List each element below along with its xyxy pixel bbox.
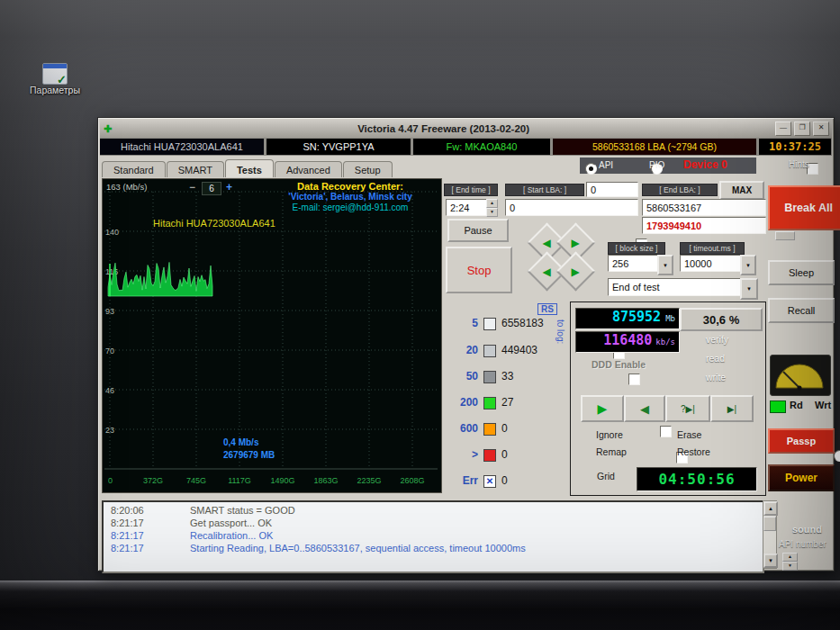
checkmark-icon: ✓ bbox=[57, 73, 67, 86]
scroll-down-icon[interactable]: ▼ bbox=[763, 554, 778, 568]
ddd-enable-label: DDD Enable bbox=[592, 359, 646, 370]
spin-up-icon[interactable]: ▲ bbox=[486, 199, 498, 208]
bin-count: 6558183 bbox=[501, 317, 544, 329]
svg-text:70: 70 bbox=[105, 346, 114, 356]
settings-icon: ✓ bbox=[42, 63, 68, 85]
speed-value: 116480 bbox=[603, 332, 652, 348]
y-axis-top-label: 163 (Mb/s) bbox=[106, 182, 147, 192]
device-label: Device 0 bbox=[683, 158, 727, 171]
bin-label: 5 bbox=[440, 317, 478, 329]
monitor-photo: ✓ Параметры ✚ Victoria 4.47 Freeware (20… bbox=[0, 0, 840, 630]
maximize-button[interactable]: ❐ bbox=[794, 122, 810, 136]
erase-label: Erase bbox=[677, 429, 701, 440]
bin-count: 0 bbox=[501, 422, 508, 435]
seek-back-button[interactable]: ◀ bbox=[624, 395, 665, 422]
rd-label: Rd bbox=[790, 400, 803, 410]
end-action-dropdown-icon[interactable]: ▼ bbox=[740, 278, 758, 300]
scale-plus-icon[interactable]: + bbox=[226, 181, 232, 194]
scale-minus-icon[interactable]: − bbox=[189, 181, 195, 194]
bin-swatch bbox=[483, 345, 496, 357]
api-number-label: API number bbox=[779, 539, 826, 549]
bin-error-swatch: ✕ bbox=[483, 475, 496, 488]
read-amount-lcd: 875952 Mb bbox=[575, 308, 680, 329]
bin-label: 50 bbox=[440, 370, 478, 382]
log-line: 8:21:17 Get passport... OK bbox=[104, 518, 763, 530]
bin-label: Err bbox=[440, 474, 478, 487]
bin-label: > bbox=[440, 448, 478, 461]
remap-radio[interactable] bbox=[834, 450, 840, 462]
sleep-button[interactable]: Sleep bbox=[768, 260, 835, 285]
log-text: Starting Reading, LBA=0..5860533167, seq… bbox=[190, 543, 526, 555]
write-label: write bbox=[706, 372, 726, 382]
power-button[interactable]: Power bbox=[768, 464, 835, 491]
start-lba-top-value: 0 bbox=[586, 182, 638, 197]
cursor-position: 2679679 MB bbox=[223, 450, 275, 460]
desktop-icon-settings[interactable]: ✓ Параметры bbox=[23, 63, 86, 95]
block-size-dropdown-icon[interactable]: ▼ bbox=[657, 255, 673, 275]
tab-standard[interactable]: Standard bbox=[102, 161, 166, 177]
minimize-button[interactable]: — bbox=[775, 122, 791, 136]
bin-swatch bbox=[483, 423, 496, 436]
pause-button[interactable]: Pause bbox=[447, 219, 509, 242]
svg-text:23: 23 bbox=[105, 426, 114, 435]
end-action-combo[interactable]: End of test bbox=[608, 278, 745, 296]
svg-text:0: 0 bbox=[108, 476, 113, 485]
read-amount-value: 875952 bbox=[612, 309, 661, 325]
svg-text:745G: 745G bbox=[186, 476, 206, 485]
svg-text:2608G: 2608G bbox=[400, 476, 424, 485]
speed-unit: kb/s bbox=[655, 338, 675, 346]
bin-label: 20 bbox=[440, 344, 478, 356]
spin-up-icon[interactable]: ▲ bbox=[782, 553, 798, 562]
passp-button[interactable]: Passp bbox=[768, 428, 835, 454]
timeout-dropdown-icon[interactable]: ▼ bbox=[740, 255, 756, 275]
log-panel: 8:20:06 SMART status = GOOD 8:21:17 Get … bbox=[102, 500, 764, 573]
current-lba-input[interactable]: 1793949410 bbox=[642, 217, 766, 234]
tab-bar: Standard SMART Tests Advanced Setup bbox=[102, 159, 393, 177]
log-line: 8:21:17 Recalibration... OK bbox=[104, 530, 763, 543]
log-time: 8:21:17 bbox=[104, 518, 190, 530]
end-time-spinner[interactable]: 2:24 bbox=[446, 199, 491, 216]
log-line: 8:20:06 SMART status = GOOD bbox=[104, 505, 763, 518]
tab-tests[interactable]: Tests bbox=[225, 159, 274, 177]
spin-down-icon[interactable]: ▼ bbox=[486, 208, 498, 217]
to-log-label: to log: bbox=[555, 320, 565, 344]
seek-scan-button[interactable]: ?▶| bbox=[665, 395, 710, 422]
scroll-thumb[interactable] bbox=[763, 517, 776, 531]
banner-line3: E-mail: sergei@hdd-911.com bbox=[263, 202, 438, 213]
jog-forward2-button[interactable]: ▶ bbox=[556, 252, 596, 292]
api-number-spinner[interactable]: ▲ ▼ bbox=[782, 553, 798, 571]
max-button[interactable]: MAX bbox=[719, 181, 764, 200]
seek-end-button[interactable]: ▶| bbox=[710, 395, 754, 422]
tab-setup[interactable]: Setup bbox=[343, 161, 393, 177]
log-scrollbar[interactable]: ▲ ▼ bbox=[763, 500, 777, 569]
title-bar[interactable]: ✚ Victoria 4.47 Freeware (2013-02-20) — … bbox=[100, 120, 832, 138]
break-all-button[interactable]: Break All bbox=[768, 185, 840, 230]
svg-text:1863G: 1863G bbox=[313, 476, 338, 485]
recall-button[interactable]: Recall bbox=[768, 298, 835, 323]
svg-text:93: 93 bbox=[105, 307, 114, 316]
spin-down-icon[interactable]: ▼ bbox=[782, 562, 798, 571]
bin-count: 27 bbox=[501, 396, 513, 409]
seek-play-button[interactable]: ▶ bbox=[581, 395, 624, 422]
drive-serial: SN: YVGPP1YA bbox=[266, 139, 411, 155]
remap-label: Remap bbox=[596, 446, 627, 457]
timeout-combo[interactable]: 10000 bbox=[680, 255, 745, 272]
tab-advanced[interactable]: Advanced bbox=[275, 161, 342, 177]
tab-smart[interactable]: SMART bbox=[167, 161, 224, 177]
rs-button[interactable]: RS bbox=[537, 303, 557, 315]
cursor-speed: 0,4 Mb/s bbox=[223, 437, 259, 447]
end-lba-input[interactable]: 5860533167 bbox=[642, 199, 766, 216]
close-button[interactable]: ✕ bbox=[813, 122, 829, 136]
stop-button[interactable]: Stop bbox=[446, 247, 512, 293]
graph-drive-label: Hitachi HUA723030ALA641 bbox=[153, 218, 275, 229]
percent-box: 30,6 % bbox=[680, 308, 763, 331]
clock: 10:37:25 bbox=[759, 139, 831, 155]
start-lba-input[interactable]: 0 bbox=[505, 199, 638, 216]
end-time-spin-buttons[interactable]: ▲ ▼ bbox=[486, 199, 498, 217]
bin-count: 0 bbox=[501, 448, 508, 461]
break-indicator bbox=[775, 231, 795, 240]
block-size-combo[interactable]: 256 bbox=[608, 255, 662, 272]
app-icon: ✚ bbox=[104, 123, 112, 135]
scroll-up-icon[interactable]: ▲ bbox=[763, 501, 778, 516]
sound-label: sound bbox=[792, 524, 822, 535]
